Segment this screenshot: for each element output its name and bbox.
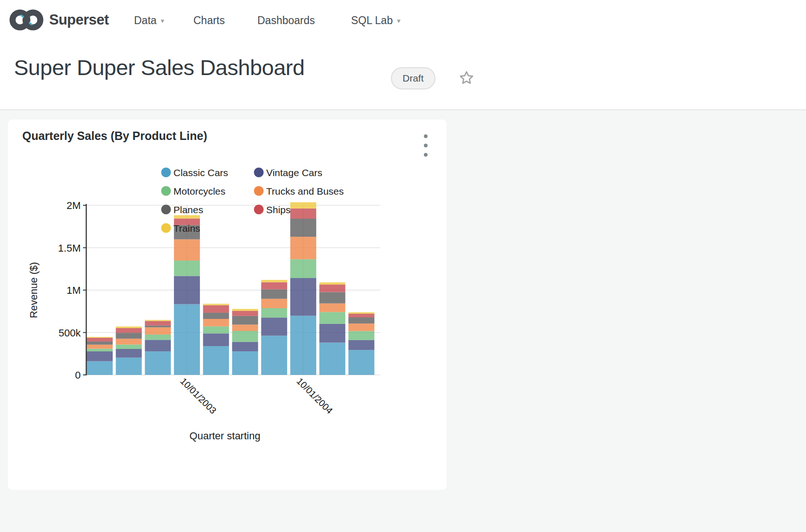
legend-item-planes[interactable]: Planes bbox=[161, 204, 204, 215]
bar-segment bbox=[116, 349, 142, 358]
nav-item-sql-lab[interactable]: SQL Lab ▾ bbox=[351, 13, 400, 28]
legend-swatch bbox=[161, 205, 171, 215]
quarterly-sales-stacked-bar-chart: 0500k1M1.5M2M10/01/200310/01/2004Revenue… bbox=[8, 120, 447, 462]
bar-segment bbox=[87, 351, 113, 361]
bar-segment bbox=[174, 239, 200, 260]
kebab-dot bbox=[424, 153, 428, 157]
bar-segment bbox=[116, 328, 142, 333]
legend-label: Motorcycles bbox=[173, 186, 225, 196]
bar-segment bbox=[290, 202, 316, 209]
bar-segment bbox=[116, 358, 142, 375]
x-tick-label: 10/01/2003 bbox=[179, 376, 218, 416]
bar-segment bbox=[290, 237, 316, 260]
bar-segment bbox=[145, 320, 171, 321]
legend-swatch bbox=[254, 186, 264, 196]
x-tick-label: 10/01/2004 bbox=[294, 376, 334, 416]
legend-item-ships[interactable]: Ships bbox=[254, 204, 291, 215]
bar-segment bbox=[261, 299, 287, 308]
legend-swatch bbox=[161, 223, 171, 233]
legend-label: Trucks and Buses bbox=[266, 186, 344, 196]
legend-item-motorcycles[interactable]: Motorcycles bbox=[161, 186, 226, 196]
bar-segment bbox=[232, 311, 258, 316]
bar-segment bbox=[145, 351, 171, 375]
nav-item-label: Data bbox=[134, 13, 157, 28]
legend-label: Planes bbox=[173, 204, 203, 215]
favorite-star-icon[interactable] bbox=[458, 70, 475, 86]
legend-label: Classic Cars bbox=[173, 167, 228, 178]
bar-segment bbox=[203, 319, 229, 326]
superset-dashboard-page: { "nav": { "brand": "Superset", "items":… bbox=[0, 0, 806, 532]
bar-segment bbox=[348, 331, 374, 340]
brand-name: Superset bbox=[49, 12, 109, 28]
legend-swatch bbox=[161, 168, 171, 177]
bar-segment bbox=[290, 259, 316, 278]
bar-segment bbox=[116, 345, 142, 349]
bar-segment bbox=[87, 342, 113, 345]
bar-segment bbox=[232, 316, 258, 325]
legend-item-trucks-and-buses[interactable]: Trucks and Buses bbox=[254, 186, 344, 196]
bar-segment bbox=[116, 333, 142, 339]
bar-segment bbox=[290, 219, 316, 237]
y-tick-label: 0 bbox=[75, 369, 81, 381]
nav-item-label: Charts bbox=[193, 13, 225, 28]
bar-segment bbox=[145, 327, 171, 335]
bar-segment bbox=[320, 343, 345, 375]
bar-segment bbox=[145, 335, 171, 340]
status-badge: Draft bbox=[391, 67, 435, 89]
bar-segment bbox=[232, 342, 258, 351]
bar-segment bbox=[261, 289, 287, 298]
bar-segment bbox=[203, 346, 229, 375]
bar-segment bbox=[261, 280, 287, 282]
bar-segment bbox=[320, 304, 345, 312]
chart-options-menu-button[interactable] bbox=[420, 133, 432, 158]
bar-segment bbox=[290, 278, 316, 316]
x-axis-title: Quarter starting bbox=[190, 430, 261, 442]
bar-segment bbox=[87, 361, 113, 375]
legend-swatch bbox=[254, 205, 264, 215]
bar-segment bbox=[203, 305, 229, 313]
bar-segment bbox=[348, 340, 374, 350]
chart-card-title: Quarterly Sales (By Product Line) bbox=[22, 129, 207, 143]
bar-segment bbox=[174, 276, 200, 304]
legend-swatch bbox=[254, 168, 264, 177]
legend-item-vintage-cars[interactable]: Vintage Cars bbox=[254, 167, 323, 178]
bar-segment bbox=[116, 327, 142, 329]
bar-segment bbox=[87, 349, 113, 352]
bar-segment bbox=[320, 292, 345, 303]
bar-segment bbox=[174, 304, 200, 375]
y-axis-title: Revenue ($) bbox=[28, 262, 39, 318]
bar-segment bbox=[203, 313, 229, 319]
bar-segment bbox=[145, 340, 171, 351]
bar-segment bbox=[203, 304, 229, 305]
bar-segment bbox=[320, 282, 345, 285]
caret-down-icon: ▾ bbox=[161, 13, 165, 28]
nav-item-data[interactable]: Data ▾ bbox=[134, 13, 164, 28]
bar-segment bbox=[261, 317, 287, 336]
bar-segment bbox=[348, 350, 374, 375]
legend-swatch bbox=[161, 186, 171, 196]
nav-item-label: Dashboards bbox=[257, 13, 315, 28]
bar-segment bbox=[261, 308, 287, 317]
top-section: Superset Data ▾ Charts Dashboards SQL La… bbox=[0, 0, 806, 110]
y-tick-label: 2M bbox=[66, 200, 81, 211]
bar-segment bbox=[87, 337, 113, 338]
bar-segment bbox=[174, 260, 200, 276]
legend-label: Trains bbox=[173, 223, 200, 234]
nav-item-charts[interactable]: Charts bbox=[193, 13, 225, 28]
bar-segment bbox=[145, 325, 171, 327]
bar-segment bbox=[232, 351, 258, 375]
legend-item-classic-cars[interactable]: Classic Cars bbox=[161, 167, 228, 178]
nav-item-dashboards[interactable]: Dashboards bbox=[257, 13, 315, 28]
bar-segment bbox=[348, 314, 374, 317]
bar-segment bbox=[232, 309, 258, 311]
bar-segment bbox=[232, 325, 258, 331]
legend-item-trains[interactable]: Trains bbox=[161, 223, 200, 234]
bar-segment bbox=[348, 312, 374, 314]
bar-segment bbox=[348, 317, 374, 323]
bar-segment bbox=[290, 316, 316, 375]
bar-segment bbox=[87, 338, 113, 342]
bar-segment bbox=[203, 326, 229, 333]
bar-segment bbox=[348, 323, 374, 331]
superset-logo[interactable]: Superset bbox=[7, 6, 109, 34]
chart-card: Quarterly Sales (By Product Line) 0500k1… bbox=[8, 120, 447, 490]
